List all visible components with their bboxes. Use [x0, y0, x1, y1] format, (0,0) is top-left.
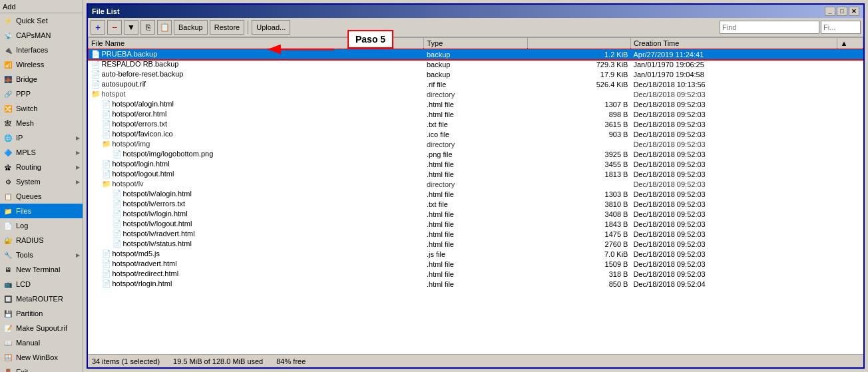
upload-button[interactable]: Upload...	[252, 20, 290, 35]
table-row[interactable]: 📄hotspot/redirect.html.html file318 BDec…	[89, 269, 863, 279]
backup-button[interactable]: Backup	[174, 20, 208, 35]
file-type-cell: backup	[424, 69, 527, 79]
table-header-row: File Name Type Creation Time ▲	[89, 38, 863, 49]
table-row[interactable]: 📄hotspot/alogin.html.html file1307 BDec/…	[89, 99, 863, 109]
table-row[interactable]: 📄PRUEBA.backupbackup1.2 KiBApr/27/2019 1…	[89, 49, 863, 60]
table-row[interactable]: 📄hotspot/md5.js.js file7.0 KiBDec/18/201…	[89, 249, 863, 259]
table-row[interactable]: 📄hotspot/lv/errors.txt.txt file3810 BDec…	[89, 199, 863, 209]
table-row[interactable]: 📄hotspot/lv/logout.html.html file1843 BD…	[89, 219, 863, 229]
sidebar-item-queues[interactable]: 📋Queues	[0, 189, 83, 204]
sidebar-item-capsman[interactable]: 📡CAPsMAN	[0, 28, 83, 43]
table-row[interactable]: 📄hotspot/lv/login.html.html file3408 BDe…	[89, 209, 863, 219]
empty-cell	[837, 229, 863, 239]
sidebar-item-mesh[interactable]: 🕸Mesh	[0, 116, 83, 130]
paste-button[interactable]: 📋	[157, 20, 172, 35]
sidebar-item-interfaces[interactable]: 🔌Interfaces	[0, 43, 83, 57]
sidebar-label: Manual	[16, 339, 80, 347]
sidebar-item-wireless[interactable]: 📶Wireless	[0, 57, 83, 72]
sidebar-item-radius[interactable]: 🔐RADIUS	[0, 233, 83, 248]
sidebar-item-manual[interactable]: 📖Manual	[0, 335, 83, 350]
restore-button[interactable]: Restore	[210, 20, 245, 35]
sidebar: Add ⚡Quick Set📡CAPsMAN🔌Interfaces📶Wirele…	[0, 0, 83, 372]
sidebar-icon-tools: 🔧	[3, 250, 13, 260]
file-creation-cell: Dec/18/2018 09:52:03	[630, 209, 837, 219]
remove-button[interactable]: −	[107, 20, 122, 35]
file-icon: 📄	[102, 100, 111, 108]
table-row[interactable]: 📄hotspot/lv/alogin.html.html file1303 BD…	[89, 189, 863, 199]
sidebar-item-make-supout.rif[interactable]: 📝Make Supout.rif	[0, 321, 83, 335]
find2-input[interactable]	[821, 21, 861, 34]
sidebar-item-mpls[interactable]: 🔷MPLS▶	[0, 145, 83, 160]
sidebar-icon-capsman: 📡	[3, 30, 13, 41]
table-row[interactable]: 📄autosupout.rif.rif file526.4 KiBDec/18/…	[89, 79, 863, 89]
add-button[interactable]: +	[91, 20, 105, 35]
sidebar-label: Wireless	[16, 61, 80, 69]
minimize-button[interactable]: _	[825, 7, 835, 16]
table-row[interactable]: 📄auto-before-reset.backupbackup17.9 KiBJ…	[89, 69, 863, 79]
file-icon: 📄	[102, 120, 111, 128]
sidebar-label: IP	[16, 134, 73, 142]
table-row[interactable]: 📄hotspot/lv/status.html.html file2760 BD…	[89, 239, 863, 249]
file-size-cell: 1475 B	[527, 229, 630, 239]
empty-cell	[837, 49, 863, 60]
file-name-cell: 📄hotspot/eror.html	[89, 109, 424, 119]
sidebar-item-files[interactable]: 📁Files	[0, 204, 83, 218]
sidebar-item-system[interactable]: ⚙System▶	[0, 174, 83, 189]
sidebar-item-bridge[interactable]: 🌉Bridge	[0, 72, 83, 87]
table-row[interactable]: 📄hotspot/errors.txt.txt file3615 BDec/18…	[89, 119, 863, 129]
file-list-container[interactable]: File Name Type Creation Time ▲ 📄PRUEBA.b…	[88, 37, 863, 354]
file-creation-cell: Dec/18/2018 09:52:04	[630, 279, 837, 289]
col-header-sort[interactable]: ▲	[837, 38, 863, 49]
copy-button[interactable]: ⎘	[140, 20, 155, 35]
sidebar-item-quick-set[interactable]: ⚡Quick Set	[0, 13, 83, 28]
table-row[interactable]: 📄hotspot/logout.html.html file1813 BDec/…	[89, 169, 863, 179]
sidebar-item-ppp[interactable]: 🔗PPP	[0, 87, 83, 101]
table-row[interactable]: 📄hotspot/img/logobottom.png.png file3925…	[89, 149, 863, 159]
sidebar-item-routing[interactable]: 🛣Routing▶	[0, 160, 83, 174]
file-icon: 📄	[102, 110, 111, 118]
close-button[interactable]: ✕	[849, 7, 859, 16]
col-header-creation[interactable]: Creation Time	[630, 38, 837, 49]
status-free: 84% free	[276, 357, 306, 365]
table-row[interactable]: 📄RESPALDO RB.backupbackup729.3 KiBJan/01…	[89, 59, 863, 69]
col-header-name[interactable]: File Name	[89, 38, 424, 49]
filter-button[interactable]: ▼	[124, 20, 138, 35]
col-header-type[interactable]: Type	[424, 38, 527, 49]
sidebar-item-partition[interactable]: 💾Partition	[0, 306, 83, 321]
sidebar-arrow-icon: ▶	[76, 164, 80, 170]
table-row[interactable]: 📄hotspot/favicon.ico.ico file903 BDec/18…	[89, 129, 863, 139]
col-header-size[interactable]	[527, 38, 630, 49]
table-row[interactable]: 📄hotspot/login.html.html file3455 BDec/1…	[89, 159, 863, 169]
sidebar-item-exit[interactable]: 🚪Exit	[0, 365, 83, 372]
file-name-cell: 📄hotspot/login.html	[89, 159, 424, 169]
sidebar-icon-ppp: 🔗	[3, 89, 13, 99]
file-icon: 📄	[102, 260, 111, 268]
find-input[interactable]	[720, 21, 819, 34]
maximize-button[interactable]: □	[837, 7, 847, 16]
sidebar-item-new-terminal[interactable]: 🖥New Terminal	[0, 262, 83, 277]
sidebar-item-tools[interactable]: 🔧Tools▶	[0, 248, 83, 262]
file-type-cell: .html file	[424, 159, 527, 169]
sidebar-item-metarouter[interactable]: 🔲MetaROUTER	[0, 291, 83, 306]
file-type-cell: .rif file	[424, 79, 527, 89]
table-row[interactable]: 📁hotspotdirectoryDec/18/2018 09:52:03	[89, 89, 863, 99]
table-row[interactable]: 📄hotspot/rlogin.html.html file850 BDec/1…	[89, 279, 863, 289]
sidebar-label: New Terminal	[16, 266, 80, 274]
table-row[interactable]: 📁hotspot/imgdirectoryDec/18/2018 09:52:0…	[89, 139, 863, 149]
sidebar-item-log[interactable]: 📄Log	[0, 218, 83, 233]
file-size-cell: 7.0 KiB	[527, 249, 630, 259]
sidebar-arrow-icon: ▶	[76, 150, 80, 156]
table-row[interactable]: 📁hotspot/lvdirectoryDec/18/2018 09:52:03	[89, 179, 863, 189]
sidebar-item-new-winbox[interactable]: 🪟New WinBox	[0, 350, 83, 365]
sidebar-item-ip[interactable]: 🌐IP▶	[0, 130, 83, 145]
sidebar-item-switch[interactable]: 🔀Switch	[0, 101, 83, 116]
empty-cell	[837, 179, 863, 189]
table-row[interactable]: 📄hotspot/lv/radvert.html.html file1475 B…	[89, 229, 863, 239]
file-name-cell: 📄auto-before-reset.backup	[89, 69, 424, 79]
file-icon: 📄	[112, 230, 122, 238]
sidebar-item-lcd[interactable]: 📺LCD	[0, 277, 83, 291]
table-row[interactable]: 📄hotspot/radvert.html.html file1509 BDec…	[89, 259, 863, 269]
table-row[interactable]: 📄hotspot/eror.html.html file898 BDec/18/…	[89, 109, 863, 119]
file-type-cell: .html file	[424, 99, 527, 109]
sidebar-icon-lcd: 📺	[3, 279, 13, 289]
